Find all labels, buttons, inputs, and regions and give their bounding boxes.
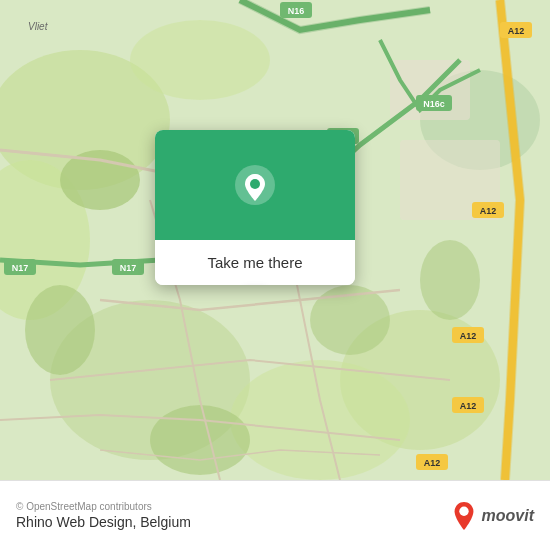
take-me-there-button[interactable]: Take me there [155,240,355,285]
svg-text:N16: N16 [288,6,305,16]
svg-text:N16c: N16c [423,99,445,109]
moovit-icon [450,500,478,532]
svg-text:A12: A12 [480,206,497,216]
svg-text:Vliet: Vliet [28,21,49,32]
footer-left: © OpenStreetMap contributors Rhino Web D… [16,501,191,530]
svg-text:A12: A12 [460,331,477,341]
map-attribution: © OpenStreetMap contributors [16,501,191,512]
location-name: Rhino Web Design, Belgium [16,514,191,530]
svg-point-11 [420,240,480,320]
moovit-text: moovit [482,507,534,525]
svg-point-12 [150,405,250,475]
location-pin-icon [233,163,277,207]
svg-point-39 [459,506,468,515]
map-area: N16 A12 N16c N17 N17 N17 A12 A12 A12 A12… [0,0,550,480]
moovit-logo: moovit [450,500,534,532]
footer-bar: © OpenStreetMap contributors Rhino Web D… [0,480,550,550]
svg-point-7 [130,20,270,100]
take-me-there-label: Take me there [207,254,302,271]
svg-text:N17: N17 [12,263,29,273]
popup-header [155,130,355,240]
location-popup: Take me there [155,130,355,285]
svg-point-5 [230,360,410,480]
svg-text:A12: A12 [424,458,441,468]
svg-point-9 [25,285,95,375]
svg-text:A12: A12 [508,26,525,36]
svg-point-38 [250,179,260,189]
svg-text:N17: N17 [120,263,137,273]
svg-text:A12: A12 [460,401,477,411]
